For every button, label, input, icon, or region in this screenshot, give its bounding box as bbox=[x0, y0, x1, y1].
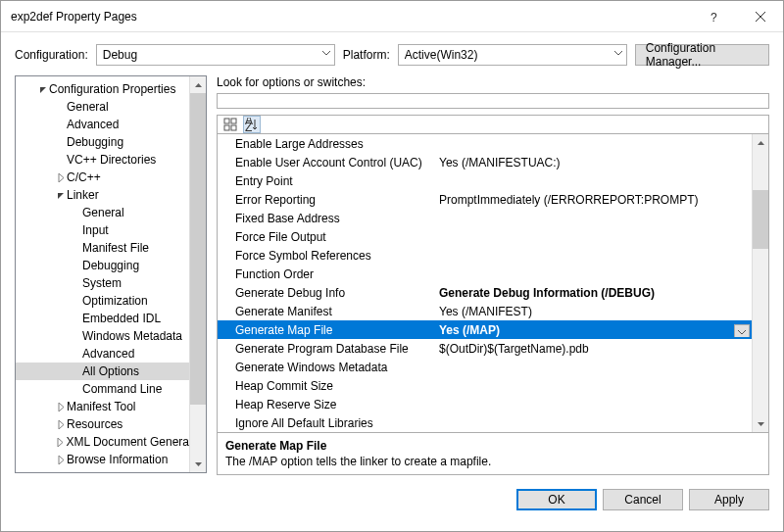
search-label: Look for options or switches: bbox=[217, 75, 769, 89]
tree-item-label: All Options bbox=[82, 364, 139, 378]
dropdown-button[interactable] bbox=[734, 324, 750, 337]
platform-combo[interactable]: Active(Win32) bbox=[398, 44, 627, 66]
window-title: exp2def Property Pages bbox=[11, 10, 693, 24]
scroll-thumb[interactable] bbox=[753, 190, 768, 249]
ok-button[interactable]: OK bbox=[516, 489, 597, 510]
cancel-label: Cancel bbox=[624, 493, 661, 507]
tree-item[interactable]: XML Document Genera bbox=[16, 433, 189, 451]
property-row[interactable]: Generate Windows Metadata bbox=[218, 358, 752, 376]
tree-item-label: General bbox=[82, 206, 124, 219]
tree-item-label: Manifest File bbox=[82, 241, 149, 255]
scroll-up-icon[interactable] bbox=[753, 134, 768, 151]
tree-item[interactable]: General bbox=[16, 204, 189, 221]
property-value[interactable]: Yes (/MANIFESTUAC:) bbox=[435, 156, 752, 169]
property-row[interactable]: Fixed Base Address bbox=[218, 209, 752, 227]
cancel-button[interactable]: Cancel bbox=[603, 489, 683, 510]
scroll-down-icon[interactable] bbox=[190, 456, 206, 472]
tree-item[interactable]: Advanced bbox=[16, 116, 189, 133]
search-input[interactable] bbox=[217, 93, 769, 109]
scroll-up-icon[interactable] bbox=[190, 76, 206, 93]
tree-item[interactable]: Manifest File bbox=[16, 239, 189, 257]
tree-item[interactable]: Embedded IDL bbox=[16, 310, 189, 327]
scroll-thumb[interactable] bbox=[190, 93, 206, 405]
property-row[interactable]: Error ReportingPromptImmediately (/ERROR… bbox=[218, 190, 752, 209]
right-pane: Look for options or switches: AZ Enable … bbox=[217, 75, 769, 473]
chevron-down-icon bbox=[738, 328, 746, 336]
property-value[interactable]: $(OutDir)$(TargetName).pdb bbox=[435, 342, 752, 356]
tree-item-label: General bbox=[67, 100, 109, 114]
configuration-manager-button[interactable]: Configuration Manager... bbox=[635, 44, 769, 66]
chevron-right-icon bbox=[55, 403, 67, 411]
property-name: Generate Program Database File bbox=[218, 342, 435, 356]
property-name: Ignore All Default Libraries bbox=[218, 416, 435, 430]
property-row[interactable]: Generate Map FileYes (/MAP) bbox=[218, 320, 752, 339]
tree-item-label: VC++ Directories bbox=[67, 153, 156, 167]
tree-item[interactable]: Manifest Tool bbox=[16, 398, 189, 415]
tree-root-label: Configuration Properties bbox=[49, 82, 175, 96]
categorized-icon[interactable] bbox=[221, 116, 239, 133]
platform-label: Platform: bbox=[343, 48, 390, 62]
tree-item[interactable]: All Options bbox=[16, 363, 189, 380]
grid-scrollbar[interactable] bbox=[752, 134, 768, 432]
tree-item-label: XML Document Genera bbox=[66, 435, 189, 449]
config-row: Configuration: Debug Platform: Active(Wi… bbox=[1, 32, 783, 75]
tree-item-label: Linker bbox=[67, 188, 99, 202]
tree-item[interactable]: Linker bbox=[16, 186, 189, 204]
property-row[interactable]: Generate Program Database File$(OutDir)$… bbox=[218, 339, 752, 358]
property-value[interactable]: Yes (/MAP) bbox=[435, 323, 752, 337]
property-row[interactable]: Enable User Account Control (UAC)Yes (/M… bbox=[218, 153, 752, 171]
help-button[interactable]: ? bbox=[693, 1, 738, 32]
property-row[interactable]: Ignore All Default Libraries bbox=[218, 413, 752, 432]
tree-item[interactable]: Debugging bbox=[16, 257, 189, 274]
scroll-track[interactable] bbox=[753, 151, 768, 415]
tree-item[interactable]: Input bbox=[16, 221, 189, 239]
property-row[interactable]: Force File Output bbox=[218, 227, 752, 246]
close-button[interactable] bbox=[738, 1, 783, 32]
tree-item[interactable]: Browse Information bbox=[16, 451, 189, 468]
tree-item[interactable]: VC++ Directories bbox=[16, 151, 189, 169]
property-row[interactable]: Heap Reserve Size bbox=[218, 395, 752, 413]
ok-label: OK bbox=[548, 493, 564, 507]
property-value[interactable]: PromptImmediately (/ERRORREPORT:PROMPT) bbox=[435, 193, 752, 207]
property-name: Generate Manifest bbox=[218, 305, 435, 318]
chevron-down-icon bbox=[614, 49, 622, 57]
tree-item[interactable]: C/C++ bbox=[16, 169, 189, 186]
tree-item[interactable]: Windows Metadata bbox=[16, 327, 189, 345]
svg-text:?: ? bbox=[710, 11, 717, 24]
property-row[interactable]: Generate ManifestYes (/MANIFEST) bbox=[218, 302, 752, 320]
tree-item[interactable]: Command Line bbox=[16, 380, 189, 398]
apply-label: Apply bbox=[714, 493, 744, 507]
property-name: Generate Map File bbox=[218, 323, 435, 337]
tree-item[interactable]: Optimization bbox=[16, 292, 189, 310]
property-value[interactable]: Generate Debug Information (/DEBUG) bbox=[435, 286, 752, 300]
configuration-combo[interactable]: Debug bbox=[96, 44, 335, 66]
tree-root[interactable]: Configuration Properties bbox=[16, 80, 189, 98]
tree-item-label: Resources bbox=[67, 417, 122, 431]
property-name: Heap Reserve Size bbox=[218, 398, 435, 411]
scroll-track[interactable] bbox=[190, 93, 206, 456]
tree-item-label: Optimization bbox=[82, 294, 148, 308]
grid-body[interactable]: Enable Large AddressesEnable User Accoun… bbox=[218, 134, 752, 432]
tree-item[interactable]: Advanced bbox=[16, 345, 189, 363]
titlebar: exp2def Property Pages ? bbox=[1, 1, 783, 32]
property-row[interactable]: Force Symbol References bbox=[218, 246, 752, 265]
property-row[interactable]: Enable Large Addresses bbox=[218, 134, 752, 153]
property-name: Force File Output bbox=[218, 230, 435, 244]
apply-button[interactable]: Apply bbox=[689, 489, 769, 510]
tree-inner[interactable]: Configuration PropertiesGeneralAdvancedD… bbox=[16, 76, 189, 472]
property-row[interactable]: Entry Point bbox=[218, 171, 752, 190]
tree-item[interactable]: Debugging bbox=[16, 133, 189, 151]
property-value[interactable]: Yes (/MANIFEST) bbox=[435, 305, 752, 318]
configuration-manager-label: Configuration Manager... bbox=[646, 41, 759, 69]
tree-item-label: Advanced bbox=[82, 347, 134, 361]
tree-item[interactable]: Resources bbox=[16, 415, 189, 433]
tree-item[interactable]: System bbox=[16, 274, 189, 292]
chevron-right-icon bbox=[55, 438, 66, 447]
property-row[interactable]: Generate Debug InfoGenerate Debug Inform… bbox=[218, 283, 752, 302]
scroll-down-icon[interactable] bbox=[753, 415, 768, 432]
tree-scrollbar[interactable] bbox=[189, 76, 206, 472]
tree-item[interactable]: General bbox=[16, 98, 189, 116]
property-row[interactable]: Heap Commit Size bbox=[218, 376, 752, 395]
alphabetical-icon[interactable]: AZ bbox=[243, 116, 261, 133]
property-row[interactable]: Function Order bbox=[218, 265, 752, 283]
